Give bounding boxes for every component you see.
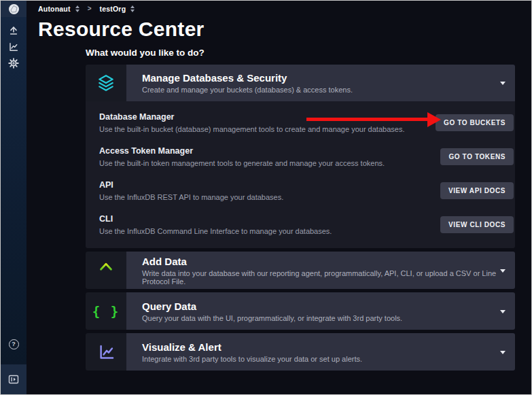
load-data-icon[interactable] — [1, 22, 26, 39]
panel-description: Integrate with 3rd party tools to visual… — [142, 355, 515, 363]
influxdb-logo-icon[interactable] — [1, 1, 26, 17]
chevron-down-icon — [500, 82, 506, 85]
go-to-buckets-button[interactable]: GO TO BUCKETS — [436, 114, 514, 131]
prompt-heading: What would you like to do? — [86, 48, 515, 58]
data-explorer-icon[interactable] — [1, 39, 26, 55]
panel-header-query-data[interactable]: { } Query Data Query your data with the … — [86, 292, 515, 330]
row-description: Use the InfluxDB Command Line Interface … — [99, 227, 332, 235]
breadcrumb-separator-icon: > — [88, 5, 92, 12]
influxdb-app-window: ? Autonaut > testOrg Resource Center Wha… — [0, 0, 532, 395]
row-title: Database Manager — [99, 112, 404, 122]
row-title: API — [99, 180, 283, 190]
panel-header-visualize-alert[interactable]: Visualize & Alert Integrate with 3rd par… — [86, 333, 515, 371]
panel-description: Query your data with the UI, programmati… — [142, 314, 515, 322]
panel-header-body: Manage Databases & Security Create and m… — [126, 65, 515, 101]
resource-center-content: What would you like to do? Manage Databa… — [86, 48, 515, 371]
view-cli-docs-button[interactable]: VIEW CLI DOCS — [440, 216, 514, 233]
resource-row-api: API Use the InfluxDB REST API to manage … — [99, 173, 514, 207]
breadcrumb: Autonaut > testOrg — [26, 1, 531, 16]
upload-icon — [86, 252, 126, 289]
breadcrumb-org[interactable]: testOrg — [100, 5, 126, 13]
panel-query-data: { } Query Data Query your data with the … — [86, 292, 515, 330]
resource-row-access-tokens: Access Token Manager Use the built-in to… — [99, 139, 514, 173]
help-glyph: ? — [9, 339, 19, 349]
panel-title: Visualize & Alert — [142, 341, 515, 353]
panel-title: Query Data — [142, 300, 515, 312]
panel-manage-databases: Manage Databases & Security Create and m… — [86, 65, 515, 248]
panel-description: Create and manage your buckets (database… — [142, 86, 515, 94]
view-api-docs-button[interactable]: VIEW API DOCS — [440, 182, 514, 199]
nav-rail-items — [1, 22, 26, 71]
panel-header-body: Visualize & Alert Integrate with 3rd par… — [126, 333, 515, 371]
panel-expanded-body: Database Manager Use the built-in bucket… — [86, 101, 515, 248]
breadcrumb-account[interactable]: Autonaut — [38, 5, 71, 13]
resource-row-cli: CLI Use the InfluxDB Command Line Interf… — [99, 207, 514, 241]
row-description: Use the built-in bucket (database) manag… — [99, 125, 404, 133]
chevron-down-icon — [500, 351, 506, 354]
panel-header-manage-databases[interactable]: Manage Databases & Security Create and m… — [86, 65, 515, 101]
braces-icon: { } — [86, 292, 126, 330]
panel-visualize-alert: Visualize & Alert Integrate with 3rd par… — [86, 333, 515, 371]
account-switcher-caret-icon[interactable] — [75, 5, 79, 12]
page-title: Resource Center — [38, 18, 531, 41]
row-title: CLI — [99, 214, 332, 224]
settings-gear-icon[interactable] — [1, 55, 26, 71]
row-title: Access Token Manager — [99, 146, 385, 156]
org-switcher-caret-icon[interactable] — [130, 5, 135, 12]
row-description: Use the InfluxDB REST API to manage your… — [99, 193, 283, 201]
nav-rail: ? — [1, 1, 26, 394]
layers-icon — [86, 65, 126, 101]
panel-header-add-data[interactable]: Add Data Write data into your database w… — [86, 252, 515, 289]
chart-icon — [86, 333, 126, 371]
panel-header-body: Add Data Write data into your database w… — [126, 252, 515, 289]
panel-title: Add Data — [142, 256, 515, 267]
chevron-down-icon — [500, 310, 506, 313]
expand-nav-icon[interactable] — [1, 364, 26, 394]
panel-add-data: Add Data Write data into your database w… — [86, 252, 515, 289]
panel-title: Manage Databases & Security — [142, 72, 515, 84]
main-area: Autonaut > testOrg Resource Center What … — [26, 1, 531, 394]
help-icon[interactable]: ? — [1, 336, 26, 352]
braces-glyph: { } — [92, 304, 120, 319]
chevron-down-icon — [500, 269, 506, 273]
panel-header-body: Query Data Query your data with the UI, … — [126, 292, 515, 330]
panel-description: Write data into your database with our r… — [142, 269, 515, 286]
resource-row-database-manager: Database Manager Use the built-in bucket… — [99, 105, 514, 139]
go-to-tokens-button[interactable]: GO TO TOKENS — [440, 148, 514, 165]
row-description: Use the built-in token management tools … — [99, 159, 385, 167]
